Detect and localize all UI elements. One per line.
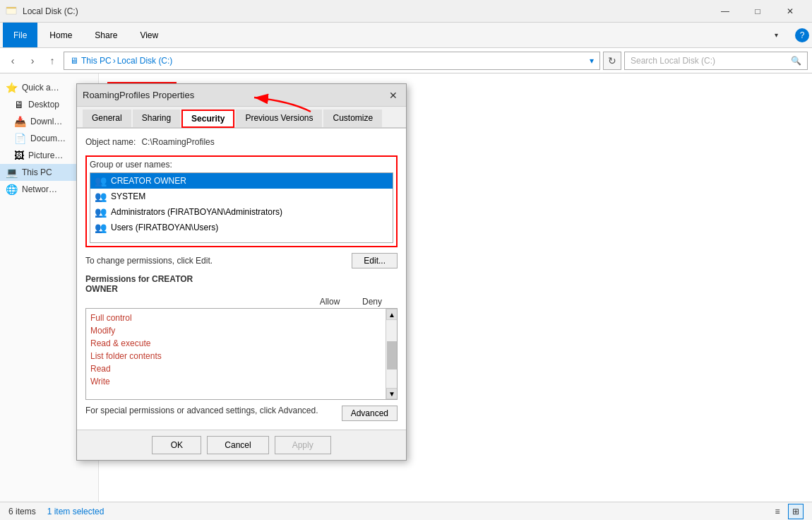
address-dropdown-icon[interactable]: ▾ — [590, 56, 594, 66]
permissions-header-text: Permissions for CREATOR — [85, 274, 193, 284]
dialog-tabs: General Sharing Security Previous Versio… — [77, 107, 406, 128]
details-view-button[interactable]: ≡ — [770, 504, 785, 519]
window-title: Local Disk (C:) — [23, 6, 709, 16]
view-controls: ≡ ⊞ — [770, 504, 804, 519]
address-box[interactable]: 🖥 This PC › Local Disk (C:) ▾ — [64, 52, 600, 70]
group-item-creator-owner[interactable]: 👥 CREATOR OWNER — [90, 173, 393, 189]
dialog-body: Object name: C:\RoamingProfiles Group or… — [77, 128, 406, 430]
ribbon-tab-home[interactable]: Home — [39, 23, 83, 47]
perm-modify: Modify — [90, 324, 393, 337]
permissions-section: Permissions for CREATOR OWNER Allow Deny… — [85, 274, 398, 400]
group-list: 👥 CREATOR OWNER 👥 SYSTEM 👥 Administrator… — [90, 172, 393, 243]
sidebar-label-downloads: Downl… — [30, 117, 62, 126]
svg-rect-1 — [6, 8, 16, 14]
maximize-button[interactable]: □ — [741, 0, 774, 23]
group-label-creator-owner: CREATOR OWNER — [111, 176, 186, 186]
tab-general[interactable]: General — [83, 110, 131, 127]
tab-customize[interactable]: Customize — [323, 110, 382, 127]
group-item-users[interactable]: 👥 Users (FIRATBOYAN\Users) — [90, 220, 393, 235]
scroll-down-button[interactable]: ▼ — [386, 388, 398, 399]
dialog-title: RoamingProfiles Properties — [83, 90, 386, 100]
tab-sharing[interactable]: Sharing — [133, 110, 180, 127]
permissions-header: Permissions for CREATOR OWNER — [85, 274, 398, 294]
perm-list-folder: List folder contents — [90, 350, 393, 362]
forward-button[interactable]: › — [24, 52, 41, 69]
group-label-administrators: Administrators (FIRATBOYAN\Administrator… — [111, 207, 282, 217]
perm-label-write: Write — [90, 377, 393, 386]
apply-button[interactable]: Apply — [275, 436, 331, 454]
group-label-users: Users (FIRATBOYAN\Users) — [111, 223, 218, 232]
status-bar: 6 items 1 item selected ≡ ⊞ — [0, 502, 812, 520]
advanced-button[interactable]: Advanced — [342, 406, 398, 421]
ribbon-tab-share[interactable]: Share — [84, 23, 128, 47]
ok-button[interactable]: OK — [152, 436, 201, 454]
object-name-label: Object name: — [85, 137, 136, 147]
object-name-row: Object name: C:\RoamingProfiles — [85, 137, 398, 147]
perm-col-deny: Deny — [351, 297, 393, 307]
title-bar: Local Disk (C:) — □ ✕ — [0, 0, 812, 23]
quick-access-icon: ⭐ — [6, 82, 18, 93]
user-icon-administrators: 👥 — [95, 206, 107, 218]
edit-button[interactable]: Edit... — [352, 253, 398, 268]
ribbon-tab-view[interactable]: View — [129, 23, 169, 47]
perm-label-list-folder: List folder contents — [90, 351, 393, 361]
item-count: 6 items — [8, 507, 36, 516]
title-bar-icons — [6, 6, 17, 17]
advanced-section: For special permissions or advanced sett… — [85, 406, 398, 421]
sidebar-label-quick-access: Quick a… — [22, 83, 59, 93]
scroll-up-button[interactable]: ▲ — [386, 309, 398, 320]
group-label-system: SYSTEM — [111, 191, 145, 201]
sidebar-label-documents: Docum… — [30, 134, 66, 143]
search-box[interactable]: Search Local Disk (C:) 🔍 — [624, 52, 808, 70]
scroll-thumb[interactable] — [387, 341, 397, 370]
cancel-button[interactable]: Cancel — [207, 436, 268, 454]
app-icon — [6, 6, 17, 17]
downloads-icon: 📥 — [14, 116, 26, 127]
permissions-list: Full control Modify Read & execute List … — [85, 308, 398, 400]
search-icon[interactable]: 🔍 — [791, 56, 801, 66]
group-item-administrators[interactable]: 👥 Administrators (FIRATBOYAN\Administrat… — [90, 204, 393, 220]
properties-dialog: RoamingProfiles Properties ✕ General Sha… — [76, 83, 407, 461]
sidebar-label-this-pc: This PC — [22, 167, 52, 177]
ribbon: File Home Share View ▾ ? — [0, 23, 812, 48]
perm-write: Write — [90, 375, 393, 388]
up-button[interactable]: ↑ — [44, 52, 61, 69]
perm-read: Read — [90, 362, 393, 375]
help-button[interactable]: ? — [795, 28, 809, 42]
ribbon-collapse-button[interactable]: ▾ — [760, 24, 792, 47]
perm-label-read-execute: Read & execute — [90, 338, 393, 348]
search-text: Search Local Disk (C:) — [631, 56, 788, 66]
refresh-button[interactable]: ↻ — [603, 52, 621, 70]
tab-security[interactable]: Security — [181, 110, 234, 128]
group-section-highlight: Group or user names: 👥 CREATOR OWNER 👥 S… — [85, 155, 398, 247]
object-name-value: C:\RoamingProfiles — [141, 137, 214, 147]
selection-status: 1 item selected — [47, 507, 105, 516]
sidebar-label-desktop: Desktop — [28, 100, 59, 110]
dialog-close-button[interactable]: ✕ — [386, 88, 400, 102]
close-button[interactable]: ✕ — [774, 0, 806, 23]
permissions-subheader-text: OWNER — [85, 284, 118, 294]
back-button[interactable]: ‹ — [4, 52, 21, 69]
perm-label-modify: Modify — [90, 326, 393, 336]
pictures-icon: 🖼 — [14, 150, 24, 161]
tab-previous-versions[interactable]: Previous Versions — [236, 110, 322, 127]
documents-icon: 📄 — [14, 133, 26, 144]
large-icons-view-button[interactable]: ⊞ — [788, 504, 804, 519]
perm-col-allow: Allow — [309, 297, 351, 307]
network-icon: 🌐 — [6, 184, 18, 195]
group-item-system[interactable]: 👥 SYSTEM — [90, 189, 393, 204]
permissions-scrollbar[interactable]: ▲ ▼ — [386, 309, 397, 399]
ribbon-tab-file[interactable]: File — [3, 23, 37, 47]
perm-col-name — [90, 297, 309, 307]
address-local-disk[interactable]: Local Disk (C:) — [117, 56, 173, 66]
window-controls: — □ ✕ — [709, 0, 806, 23]
edit-hint-text: To change permissions, click Edit. — [85, 256, 352, 266]
dialog-footer: OK Cancel Apply — [77, 430, 406, 460]
user-icon-system: 👥 — [95, 191, 107, 202]
address-this-pc[interactable]: This PC — [81, 56, 112, 66]
edit-row: To change permissions, click Edit. Edit.… — [85, 253, 398, 268]
this-pc-icon: 💻 — [6, 167, 18, 178]
group-box-title: Group or user names: — [90, 160, 393, 170]
minimize-button[interactable]: — — [709, 0, 741, 23]
permissions-column-headers: Allow Deny — [85, 297, 398, 307]
